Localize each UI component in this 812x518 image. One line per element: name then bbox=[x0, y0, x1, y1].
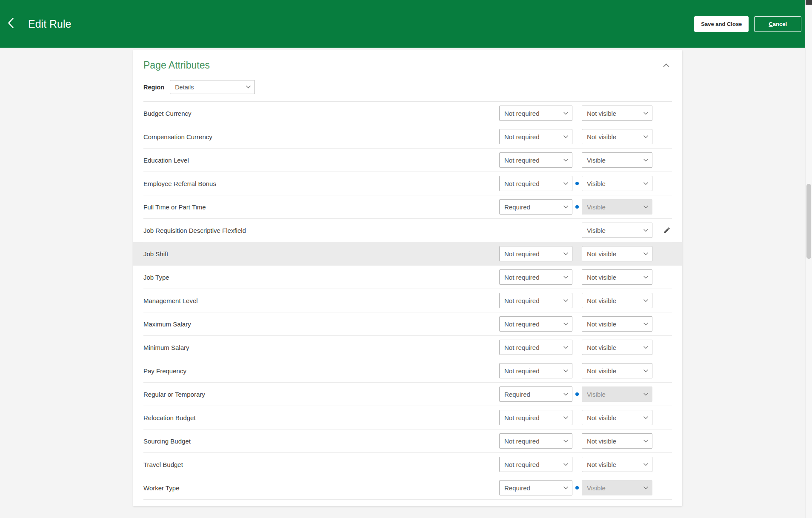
select-value: Not required bbox=[504, 438, 540, 445]
edit-pencil-icon[interactable] bbox=[662, 225, 672, 235]
requiredness-select[interactable]: Not required bbox=[499, 269, 572, 285]
visibility-select[interactable]: Not visible bbox=[582, 433, 652, 449]
modified-indicator-cell bbox=[572, 205, 582, 209]
chevron-down-icon bbox=[563, 252, 568, 255]
select-value: Not visible bbox=[587, 133, 616, 140]
visibility-select[interactable]: Not visible bbox=[582, 363, 652, 378]
requiredness-select[interactable]: Not required bbox=[499, 340, 572, 355]
collapse-button[interactable] bbox=[660, 60, 672, 70]
visibility-select[interactable]: Not visible bbox=[582, 293, 652, 308]
attribute-row: Minimum Salary Not required Not visible bbox=[143, 336, 672, 359]
scrollbar-thumb[interactable] bbox=[806, 184, 811, 259]
attribute-label: Regular or Temporary bbox=[143, 391, 499, 398]
chevron-down-icon bbox=[643, 276, 648, 279]
requiredness-select[interactable]: Not required bbox=[499, 129, 572, 144]
requiredness-select[interactable]: Not required bbox=[499, 176, 572, 191]
select-value: Required bbox=[504, 391, 530, 398]
chevron-down-icon bbox=[563, 416, 568, 419]
requiredness-select[interactable]: Not required bbox=[499, 246, 572, 261]
chevron-down-icon bbox=[643, 252, 648, 255]
attribute-row: Pay Frequency Not required Not visible bbox=[143, 359, 672, 383]
requiredness-select[interactable]: Not required bbox=[499, 316, 572, 332]
requiredness-select[interactable]: Required bbox=[499, 386, 572, 402]
visibility-select[interactable]: Not visible bbox=[582, 269, 652, 285]
requiredness-select[interactable]: Not required bbox=[499, 363, 572, 378]
chevron-down-icon bbox=[563, 135, 568, 138]
select-value: Not visible bbox=[587, 414, 616, 421]
scrollbar[interactable] bbox=[805, 0, 812, 518]
chevron-down-icon bbox=[643, 487, 648, 489]
select-value: Not required bbox=[504, 344, 540, 351]
visibility-select[interactable]: Not visible bbox=[582, 457, 652, 472]
select-value: Not visible bbox=[587, 438, 616, 445]
visibility-select[interactable]: Visible bbox=[582, 223, 652, 238]
requiredness-select[interactable]: Not required bbox=[499, 152, 572, 168]
edit-cell bbox=[652, 295, 672, 306]
requiredness-select[interactable]: Required bbox=[499, 199, 572, 215]
region-select[interactable]: Details bbox=[170, 80, 255, 94]
header-bar: Edit Rule Save and Close Cancel bbox=[0, 0, 812, 48]
cancel-label-initial: C bbox=[769, 21, 772, 27]
back-button[interactable] bbox=[5, 17, 16, 31]
modified-indicator-dot bbox=[575, 182, 579, 185]
edit-cell bbox=[652, 225, 672, 235]
requiredness-select[interactable]: Not required bbox=[499, 433, 572, 449]
chevron-down-icon bbox=[563, 276, 568, 279]
visibility-select[interactable]: Not visible bbox=[582, 340, 652, 355]
attribute-label: Employee Referral Bonus bbox=[143, 180, 499, 187]
select-value: Not required bbox=[504, 133, 540, 140]
chevron-left-icon bbox=[7, 17, 14, 30]
visibility-select[interactable]: Not visible bbox=[582, 410, 652, 425]
visibility-select[interactable]: Not visible bbox=[582, 246, 652, 261]
select-value: Visible bbox=[587, 157, 606, 164]
modified-indicator-cell bbox=[572, 158, 582, 162]
save-and-close-button[interactable]: Save and Close bbox=[694, 16, 749, 32]
visibility-select[interactable]: Visible bbox=[582, 480, 652, 495]
select-value: Not required bbox=[504, 157, 540, 164]
visibility-select[interactable]: Not visible bbox=[582, 129, 652, 144]
page-title: Edit Rule bbox=[28, 18, 71, 30]
attribute-label: Travel Budget bbox=[143, 461, 499, 468]
visibility-select[interactable]: Visible bbox=[582, 386, 652, 402]
visibility-select[interactable]: Not visible bbox=[582, 316, 652, 332]
attribute-row: Full Time or Part Time Required Visible bbox=[143, 195, 672, 219]
chevron-down-icon bbox=[563, 112, 568, 115]
chevron-down-icon bbox=[643, 416, 648, 419]
select-value: Not visible bbox=[587, 274, 616, 281]
visibility-select[interactable]: Visible bbox=[582, 199, 652, 215]
select-value: Not visible bbox=[587, 461, 616, 468]
attribute-label: Job Shift bbox=[143, 250, 499, 258]
edit-cell bbox=[652, 483, 672, 493]
visibility-select[interactable]: Visible bbox=[582, 152, 652, 168]
visibility-select[interactable]: Not visible bbox=[582, 106, 652, 121]
modified-indicator-cell bbox=[572, 112, 582, 115]
modified-indicator-cell bbox=[572, 299, 582, 302]
chevron-down-icon bbox=[246, 86, 251, 89]
requiredness-select[interactable]: Required bbox=[499, 480, 572, 495]
select-value: Not visible bbox=[587, 367, 616, 375]
scrollbar-corner bbox=[806, 0, 812, 5]
attribute-label: Budget Currency bbox=[143, 110, 499, 117]
visibility-select[interactable]: Visible bbox=[582, 176, 652, 191]
attribute-label: Worker Type bbox=[143, 484, 499, 492]
chevron-down-icon bbox=[563, 323, 568, 326]
edit-cell bbox=[652, 366, 672, 376]
requiredness-select[interactable]: Not required bbox=[499, 457, 572, 472]
requiredness-select[interactable]: Not required bbox=[499, 410, 572, 425]
attribute-row: Budget Currency Not required Not visible bbox=[143, 102, 672, 125]
requiredness-select[interactable]: Not required bbox=[499, 106, 572, 121]
edit-cell bbox=[652, 108, 672, 118]
modified-indicator-cell bbox=[572, 275, 582, 279]
cancel-button[interactable]: Cancel bbox=[754, 16, 801, 32]
section-title: Page Attributes bbox=[143, 60, 210, 71]
attribute-row: Travel Budget Not required Not visible bbox=[143, 453, 672, 476]
attribute-label: Full Time or Part Time bbox=[143, 203, 499, 211]
select-value: Not required bbox=[504, 110, 540, 117]
edit-cell bbox=[652, 459, 672, 469]
chevron-down-icon bbox=[563, 393, 568, 396]
select-value: Not visible bbox=[587, 297, 616, 304]
chevron-down-icon bbox=[643, 299, 648, 302]
requiredness-select[interactable]: Not required bbox=[499, 293, 572, 308]
select-value: Not required bbox=[504, 180, 540, 187]
chevron-down-icon bbox=[643, 112, 648, 115]
